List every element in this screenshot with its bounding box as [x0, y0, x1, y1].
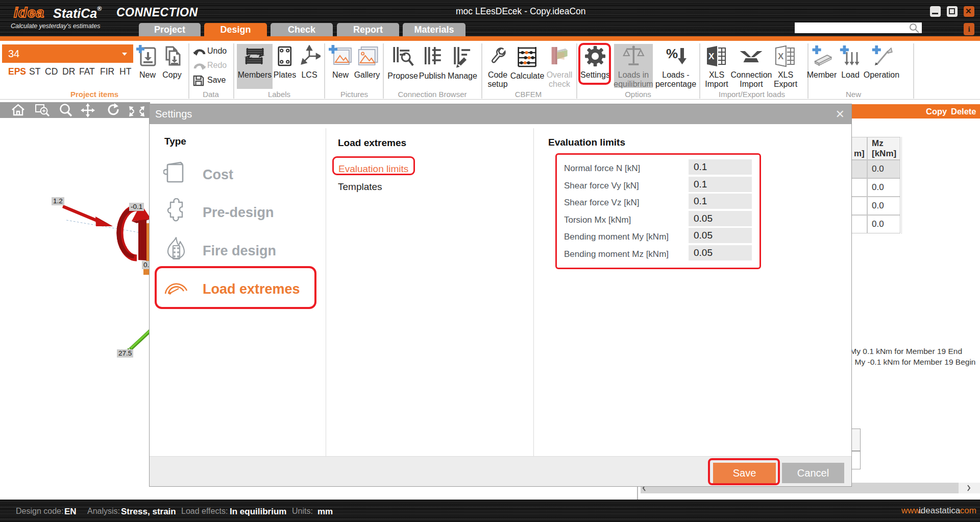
svg-text:X: X: [778, 52, 784, 61]
svg-text:%: %: [666, 46, 678, 61]
svg-text:idea: idea: [14, 5, 44, 20]
svg-text:X: X: [708, 52, 715, 61]
